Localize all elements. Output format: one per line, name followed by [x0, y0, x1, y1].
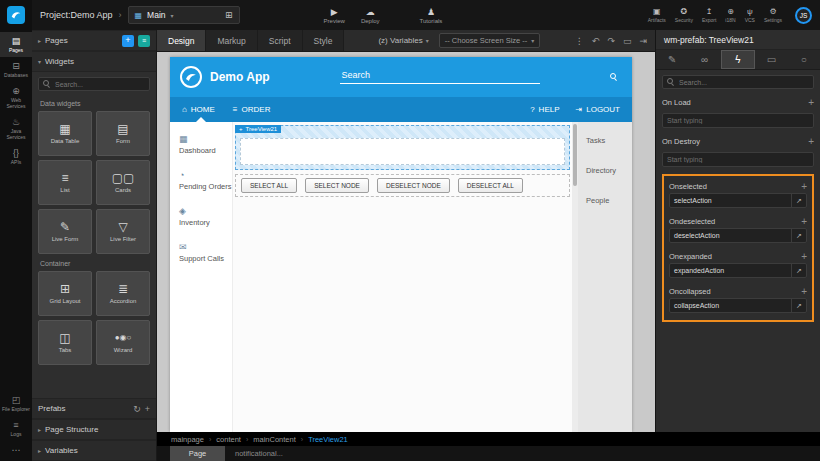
- nav-item-help[interactable]: ? HELP: [530, 105, 559, 114]
- treeview-empty-area[interactable]: [240, 138, 565, 165]
- open-window-icon[interactable]: ⇥: [639, 36, 647, 46]
- tab-markup[interactable]: Markup: [206, 30, 257, 51]
- treeview-selection-tab[interactable]: + TreeView21: [235, 125, 281, 133]
- open-action-icon[interactable]: ↗: [791, 264, 806, 277]
- event-search[interactable]: [662, 75, 814, 89]
- widget-tile-tabs[interactable]: ◫ Tabs: [38, 320, 92, 365]
- menu-item-dashboard[interactable]: ▦ Dashboard: [179, 134, 232, 155]
- breadcrumb-mainpage[interactable]: mainpage: [171, 435, 204, 444]
- rail-item-java-services[interactable]: ♨ Java Services: [0, 113, 32, 144]
- open-action-icon[interactable]: ↗: [791, 299, 806, 312]
- breadcrumb-content[interactable]: content: [216, 435, 241, 444]
- widget-search-input[interactable]: [55, 81, 146, 88]
- rail-item-web-services[interactable]: ⊕ Web Services: [0, 82, 32, 113]
- wavemaker-logo[interactable]: [7, 6, 25, 24]
- security-button[interactable]: ✪ Security: [675, 7, 693, 23]
- deselect-node-button[interactable]: DESELECT NODE: [377, 178, 450, 193]
- widget-tile-form[interactable]: ▤ Form: [96, 111, 150, 156]
- rail-item-databases[interactable]: ⊟ Databases: [0, 57, 32, 82]
- onexpanded-field[interactable]: expandedAction ↗: [669, 263, 807, 278]
- menu-item-support-calls[interactable]: ✉ Support Calls: [179, 242, 232, 263]
- widget-tile-list[interactable]: ≡ List: [38, 160, 92, 205]
- treeview-widget-selection[interactable]: + TreeView21: [235, 125, 570, 170]
- tab-design[interactable]: Design: [157, 30, 206, 51]
- tab-state[interactable]: ○: [788, 50, 820, 69]
- tutorials-button[interactable]: ♟ Tutorials: [420, 7, 443, 24]
- nav-item-order[interactable]: ≡ ORDER: [233, 105, 271, 114]
- refresh-icon[interactable]: ↻: [133, 404, 141, 414]
- add-event-icon[interactable]: +: [801, 217, 807, 227]
- settings-button[interactable]: ⚙ Settings: [764, 7, 782, 23]
- sidebar-section-pages[interactable]: ▸ Pages + ≡: [32, 30, 156, 51]
- device-preview-icon[interactable]: ▭: [623, 36, 632, 46]
- add-prefab-icon[interactable]: +: [145, 404, 150, 414]
- widget-search[interactable]: [38, 77, 150, 91]
- event-search-input[interactable]: [679, 79, 809, 86]
- screen-size-dropdown[interactable]: -- Choose Screen Size -- ▾: [439, 33, 541, 48]
- tab-style[interactable]: Style: [303, 30, 345, 51]
- user-avatar[interactable]: JS: [795, 7, 812, 24]
- vcs-button[interactable]: ψ VCS: [745, 7, 755, 23]
- i18n-button[interactable]: ⊕ i18N: [725, 7, 735, 23]
- variables-dropdown[interactable]: (z) Variables ▾: [378, 30, 428, 51]
- add-event-icon[interactable]: +: [801, 252, 807, 262]
- widget-tile-accordion[interactable]: ≣ Accordion: [96, 271, 150, 316]
- preview-button[interactable]: ▶ Preview: [324, 7, 345, 24]
- widget-tile-wizard[interactable]: ●◉○ Wizard: [96, 320, 150, 365]
- breadcrumb-maincontent[interactable]: mainContent: [253, 435, 296, 444]
- menu-item-inventory[interactable]: ◈ Inventory: [179, 206, 232, 227]
- sidebar-section-widgets[interactable]: ▾ Widgets: [32, 51, 156, 72]
- sidebar-section-prefabs[interactable]: Prefabs ↻ +: [32, 398, 156, 419]
- more-options-icon[interactable]: ⋮: [575, 36, 584, 46]
- add-page-button[interactable]: +: [122, 35, 134, 47]
- select-all-button[interactable]: SELECT ALL: [241, 178, 297, 193]
- open-action-icon[interactable]: ↗: [791, 229, 806, 242]
- tab-markup-edit[interactable]: ✎: [656, 50, 688, 69]
- rail-more-button[interactable]: ⋯: [0, 441, 32, 459]
- undo-icon[interactable]: ↶: [592, 36, 600, 46]
- deploy-button[interactable]: ☁ Deploy: [361, 7, 380, 24]
- nav-item-logout[interactable]: ⇥ LOGOUT: [576, 105, 620, 114]
- widget-tile-cards[interactable]: ▢▢ Cards: [96, 160, 150, 205]
- add-event-icon[interactable]: +: [801, 287, 807, 297]
- pages-list-button[interactable]: ≡: [138, 35, 150, 47]
- tab-device[interactable]: ▭: [755, 50, 787, 69]
- sidebar-section-variables[interactable]: ▸ Variables: [32, 440, 156, 461]
- artifacts-button[interactable]: ▣ Artifacts: [648, 7, 666, 23]
- menu-item-pending-orders[interactable]: ◔ Pending Orders: [179, 170, 232, 191]
- add-event-icon[interactable]: +: [801, 182, 807, 192]
- widget-tile-grid-layout[interactable]: ⊞ Grid Layout: [38, 271, 92, 316]
- open-action-icon[interactable]: ↗: [791, 194, 806, 207]
- tab-script[interactable]: Script: [258, 30, 303, 51]
- rail-item-file-explorer[interactable]: ◰ File Explorer: [0, 391, 32, 416]
- onload-input[interactable]: [662, 113, 814, 128]
- onselected-field[interactable]: selectAction ↗: [669, 193, 807, 208]
- rail-item-logs[interactable]: ≡ Logs: [0, 416, 32, 441]
- list-item-tasks[interactable]: Tasks: [586, 136, 632, 145]
- rail-item-pages[interactable]: ▤ Pages: [0, 32, 32, 57]
- redo-icon[interactable]: ↷: [607, 36, 615, 46]
- nav-item-home[interactable]: ⌂ HOME: [182, 105, 215, 114]
- deselect-all-button[interactable]: DESELECT ALL: [458, 178, 523, 193]
- scrollbar-thumb[interactable]: [573, 124, 577, 186]
- sidebar-section-page-structure[interactable]: ▸ Page Structure: [32, 419, 156, 440]
- tab-events[interactable]: ϟ: [721, 50, 755, 69]
- page-grid-icon[interactable]: ⊞: [225, 10, 233, 20]
- search-icon[interactable]: [610, 73, 618, 81]
- oncollapsed-field[interactable]: collapseAction ↗: [669, 298, 807, 313]
- export-button[interactable]: ↥ Export: [702, 7, 716, 23]
- app-search-input[interactable]: Search: [340, 70, 540, 84]
- ondeselected-field[interactable]: deselectAction ↗: [669, 228, 807, 243]
- select-node-button[interactable]: SELECT NODE: [305, 178, 369, 193]
- list-item-directory[interactable]: Directory: [586, 166, 632, 175]
- list-item-people[interactable]: People: [586, 196, 632, 205]
- ondestroy-input[interactable]: [662, 152, 814, 167]
- status-page-tab[interactable]: Page: [170, 446, 225, 461]
- add-event-icon[interactable]: +: [808, 98, 814, 108]
- page-selector[interactable]: ▦ Main ▾ ⊞: [128, 6, 240, 24]
- rail-item-apis[interactable]: {} APIs: [0, 144, 32, 169]
- add-event-icon[interactable]: +: [808, 137, 814, 147]
- widget-tile-data-table[interactable]: ▦ Data Table: [38, 111, 92, 156]
- app-scrollbar[interactable]: [572, 122, 578, 432]
- widget-tile-live-form[interactable]: ✎ Live Form: [38, 209, 92, 254]
